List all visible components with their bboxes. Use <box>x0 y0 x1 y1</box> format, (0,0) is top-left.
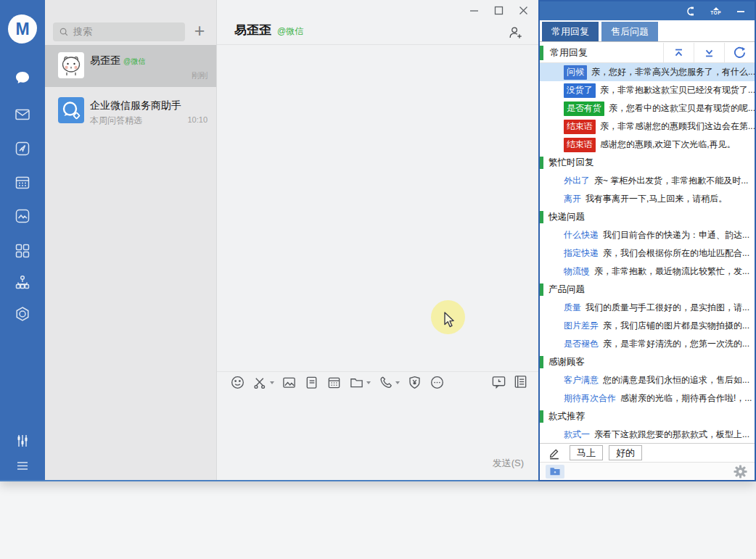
sidebar-item-workbench[interactable] <box>0 140 45 157</box>
reply-section-header[interactable]: 感谢顾客 <box>540 353 755 371</box>
reply-text: 我有事离开一下,马上回来，请稍后。 <box>586 193 727 205</box>
sidebar-item-apps[interactable] <box>0 242 45 260</box>
wechat-badge: @微信 <box>277 26 303 36</box>
sidebar-item-contacts[interactable] <box>0 273 45 291</box>
call-button[interactable] <box>378 375 400 390</box>
contacts-icon <box>14 273 31 291</box>
sidebar-item-menu[interactable] <box>0 457 45 474</box>
reply-keyword[interactable]: 质量 <box>564 302 581 314</box>
panel-titlebar[interactable]: TOP <box>540 1 755 20</box>
quick-reply-item[interactable]: 什么快递 我们目前合作的快递为：申通、韵达... <box>540 226 755 244</box>
reply-keyword[interactable]: 款式一 <box>564 428 590 441</box>
reply-section-header[interactable]: 繁忙时回复 <box>540 154 755 172</box>
quick-reply-item[interactable]: 质量 我们的质量与手工很好的，是实拍图，请... <box>540 299 755 317</box>
add-chat-button[interactable]: + <box>189 20 210 42</box>
quick-reply-item[interactable]: 离开 我有事离开一下,马上回来，请稍后。 <box>540 190 755 208</box>
quick-reply-item[interactable]: 结束语 感谢您的惠顾,欢迎下次光临,再见。 <box>540 136 755 154</box>
library-button[interactable] <box>546 465 564 479</box>
chat-list-item[interactable]: 企业微信服务商助手 本周问答精选 10:10 <box>45 90 216 132</box>
reply-keyword[interactable]: 是否有货 <box>564 102 604 116</box>
edit-button[interactable] <box>545 445 564 460</box>
notes-button[interactable] <box>513 374 528 392</box>
reply-section-header[interactable]: 快递问题 <box>540 208 755 226</box>
quick-reply-item[interactable]: 没货了 亲，非常抱歉这款宝贝已经没有现货了... <box>540 81 755 99</box>
send-button[interactable]: 发送(S) <box>493 457 524 470</box>
quick-phrase-button[interactable]: 好的 <box>609 445 642 460</box>
quick-phrase-button[interactable]: 马上 <box>570 445 603 460</box>
magnet-button[interactable] <box>683 5 696 17</box>
sidebar-item-miniprogram[interactable] <box>0 305 45 323</box>
quick-reply-item[interactable]: 客户满意 您的满意是我们永恒的追求，售后如... <box>540 371 755 389</box>
add-member-button[interactable] <box>507 25 523 44</box>
wecom-bubble-avatar-icon <box>58 97 84 123</box>
reply-keyword[interactable]: 客户满意 <box>564 374 599 386</box>
file-button[interactable] <box>304 375 319 390</box>
reply-keyword[interactable]: 结束语 <box>564 120 596 134</box>
settings-button[interactable] <box>732 463 749 483</box>
reply-keyword[interactable]: 问候 <box>564 65 587 80</box>
chat-item-name: 企业微信服务商助手 <box>90 99 184 112</box>
quick-reply-item[interactable]: 期待再次合作 感谢亲的光临，期待再合作啦!，... <box>540 389 755 407</box>
reply-keyword[interactable]: 外出了 <box>564 175 590 187</box>
reply-text: 亲~ 掌柜外出发货，非常抱歉不能及时... <box>594 175 748 187</box>
chat-area: 易歪歪@微信 <box>216 0 538 480</box>
apps-grid-icon <box>14 242 31 260</box>
reply-keyword[interactable]: 没货了 <box>564 83 596 98</box>
payment-button[interactable] <box>407 375 422 390</box>
pin-top-icon <box>713 7 719 10</box>
reply-section-header[interactable]: 产品问题 <box>540 281 755 299</box>
app-logo[interactable]: M <box>8 15 37 44</box>
quick-reply-item[interactable]: 款式一 亲看下这款跟您要的那款款式，板型上... <box>540 426 755 443</box>
reply-section-header[interactable]: 款式推荐 <box>540 407 755 426</box>
chevron-down-icon[interactable] <box>270 381 274 384</box>
tab-aftersale-questions[interactable]: 售后问题 <box>601 22 658 41</box>
folder-button[interactable] <box>349 375 371 390</box>
magnet-icon <box>683 5 696 17</box>
reply-keyword[interactable]: 图片差异 <box>564 320 599 332</box>
reply-keyword[interactable]: 期待再次合作 <box>564 392 616 405</box>
sidebar-item-chat[interactable] <box>0 69 45 86</box>
quick-reply-item[interactable]: 是否有货 亲，您看中的这款宝贝是有现货的呢... <box>540 99 755 117</box>
pin-top-button[interactable]: TOP <box>710 7 721 15</box>
scroll-top-button[interactable] <box>663 43 694 62</box>
reply-keyword[interactable]: 是否褪色 <box>564 338 599 350</box>
scroll-bottom-button[interactable] <box>694 43 724 62</box>
sidebar-item-filters[interactable] <box>0 432 45 450</box>
reply-keyword[interactable]: 什么快递 <box>564 229 599 241</box>
reply-keyword[interactable]: 物流慢 <box>564 265 590 278</box>
chat-list-item[interactable]: 易歪歪@微信 刚刚 <box>45 45 216 87</box>
section-marker <box>540 410 543 423</box>
reply-keyword[interactable]: 离开 <box>564 193 581 205</box>
emoji-button[interactable] <box>230 375 245 390</box>
sidebar-item-mail[interactable] <box>0 106 45 123</box>
image-button[interactable] <box>282 375 297 390</box>
section-title: 产品问题 <box>548 283 585 296</box>
quick-reply-item[interactable]: 结束语 亲，非常感谢您的惠顾我们这边会在第... <box>540 117 755 136</box>
screenshot-button[interactable] <box>252 375 274 390</box>
search-input[interactable]: 搜索 <box>53 22 185 41</box>
gallery-icon <box>14 207 31 225</box>
chat-history-icon <box>491 374 506 389</box>
reply-text: 您的满意是我们永恒的追求，售后如... <box>603 374 749 386</box>
quick-reply-item[interactable]: 是否褪色 亲，是非常好清洗的，您第一次洗的... <box>540 335 755 353</box>
chat-history-button[interactable] <box>491 374 506 392</box>
reply-keyword[interactable]: 指定快递 <box>564 247 599 260</box>
quick-reply-item[interactable]: 问候 亲，您好，非常高兴为您服务了，有什么... <box>540 63 755 81</box>
tab-common-replies[interactable]: 常用回复 <box>542 22 599 41</box>
sidebar-item-drive[interactable] <box>0 207 45 225</box>
chevron-down-icon[interactable] <box>366 381 371 384</box>
sidebar-item-calendar[interactable] <box>0 174 45 191</box>
chevron-down-icon[interactable] <box>395 381 400 384</box>
panel-minimize-button[interactable] <box>736 6 746 16</box>
quick-reply-item[interactable]: 物流慢 亲，非常抱歉，最近物流比较繁忙，发... <box>540 262 755 281</box>
reply-keyword[interactable]: 结束语 <box>564 138 596 152</box>
refresh-button[interactable] <box>724 43 755 62</box>
quick-reply-item[interactable]: 指定快递 亲，我们会根据你所在的地址匹配合... <box>540 244 755 262</box>
quick-reply-list: 问候 亲，您好，非常高兴为您服务了，有什么... 没货了 亲，非常抱歉这款宝贝已… <box>540 63 755 443</box>
quick-reply-item[interactable]: 外出了 亲~ 掌柜外出发货，非常抱歉不能及时... <box>540 172 755 190</box>
scroll-top-icon <box>673 47 685 59</box>
quick-reply-item[interactable]: 图片差异 亲，我们店铺的图片都是实物拍摄的... <box>540 317 755 335</box>
calendar-button[interactable] <box>326 375 342 390</box>
more-button[interactable] <box>430 375 445 390</box>
mouse-cursor <box>443 312 459 329</box>
